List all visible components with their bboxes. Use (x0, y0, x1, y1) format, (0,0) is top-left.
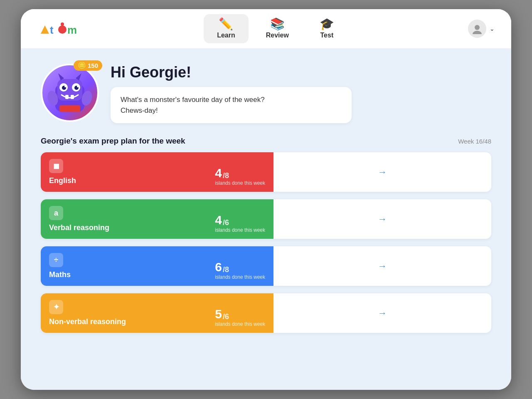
subject-colored-english: ◼ English 4 /8 islands done this week (41, 152, 273, 192)
monster-avatar (41, 64, 99, 122)
svg-marker-0 (41, 25, 49, 34)
svg-point-2 (58, 25, 66, 34)
subject-icon-english: ◼ (49, 159, 63, 173)
plan-title: Georgie's exam prep plan for the week (41, 136, 185, 146)
svg-rect-15 (65, 95, 69, 99)
svg-point-14 (77, 86, 79, 87)
progress-done-english: 4 (215, 166, 222, 180)
coin-badge: 🪙 150 (74, 60, 102, 71)
progress-done-nonverbal: 5 (215, 307, 222, 321)
user-menu[interactable]: ⌄ (468, 20, 495, 38)
week-label: Week 16/48 (458, 138, 491, 145)
hero-text: Hi Georgie! What's a monster's favourite… (111, 64, 491, 123)
nav-test-label: Test (320, 32, 334, 39)
progress-total-maths: /8 (223, 265, 229, 274)
avatar (468, 20, 486, 38)
subject-progress-verbal: 4 /6 islands done this week (215, 213, 265, 233)
logo[interactable]: t m (37, 21, 83, 36)
coin-count: 150 (88, 62, 98, 69)
nav-review-label: Review (266, 32, 289, 39)
subject-arrow-maths[interactable]: → (273, 246, 491, 286)
progress-label-maths: islands done this week (215, 274, 265, 280)
subject-arrow-nonverbal[interactable]: → (273, 293, 491, 333)
subject-colored-maths: ÷ Maths 6 /8 islands done this week (41, 246, 273, 286)
svg-point-13 (64, 86, 66, 87)
svg-point-5 (475, 25, 480, 30)
subject-icon-verbal: a (49, 206, 63, 220)
subject-progress-nonverbal: 5 /6 islands done this week (215, 307, 265, 327)
review-icon: 📚 (270, 18, 285, 30)
subject-arrow-english[interactable]: → (273, 152, 491, 192)
svg-text:m: m (67, 24, 77, 36)
chevron-down-icon: ⌄ (490, 25, 495, 32)
svg-text:t: t (50, 24, 54, 36)
progress-label-english: islands done this week (215, 180, 265, 186)
svg-point-6 (473, 31, 482, 34)
nav-learn[interactable]: ✏️ Learn (204, 14, 249, 43)
subject-card-nonverbal[interactable]: ✦ Non-verbal reasoning 5 /6 islands done… (41, 293, 491, 333)
subject-card-maths[interactable]: ÷ Maths 6 /8 islands done this week → (41, 246, 491, 286)
subject-colored-verbal: a Verbal reasoning 4 /6 islands done thi… (41, 199, 273, 239)
joke-bubble: What's a monster's favourite day of the … (111, 87, 352, 123)
main-content: 🪙 150 (21, 49, 511, 390)
svg-rect-16 (71, 95, 74, 99)
joke-line2: Chews-day! (121, 107, 158, 114)
joke-line1: What's a monster's favourite day of the … (121, 96, 265, 104)
greeting: Hi Georgie! (111, 64, 491, 81)
hero-section: 🪙 150 (41, 64, 491, 123)
device-frame: t m ✏️ Learn 📚 Review 🎓 Test (21, 9, 511, 390)
main-nav: ✏️ Learn 📚 Review 🎓 Test (204, 14, 347, 43)
progress-label-verbal: islands done this week (215, 227, 265, 233)
progress-done-maths: 6 (215, 260, 222, 274)
subject-icon-maths: ÷ (49, 253, 63, 267)
svg-rect-21 (59, 105, 80, 112)
subject-colored-nonverbal: ✦ Non-verbal reasoning 5 /6 islands done… (41, 293, 273, 333)
subject-progress-english: 4 /8 islands done this week (215, 166, 265, 186)
coin-icon: 🪙 (78, 62, 86, 69)
learn-icon: ✏️ (219, 18, 233, 30)
subject-card-english[interactable]: ◼ English 4 /8 islands done this week → (41, 152, 491, 192)
subject-icon-nonverbal: ✦ (49, 300, 63, 314)
progress-total-english: /8 (223, 171, 229, 180)
nav-learn-label: Learn (217, 32, 235, 39)
avatar-wrapper: 🪙 150 (41, 64, 99, 122)
progress-total-verbal: /6 (223, 218, 229, 227)
nav-test[interactable]: 🎓 Test (306, 14, 347, 43)
subject-progress-maths: 6 /8 islands done this week (215, 260, 265, 280)
progress-done-verbal: 4 (215, 213, 222, 227)
svg-point-3 (61, 22, 64, 26)
nav-review[interactable]: 📚 Review (253, 14, 302, 43)
progress-label-nonverbal: islands done this week (215, 321, 265, 327)
progress-total-nonverbal: /6 (223, 312, 229, 321)
subjects-list: ◼ English 4 /8 islands done this week → … (41, 152, 491, 333)
header: t m ✏️ Learn 📚 Review 🎓 Test (21, 9, 511, 49)
subject-arrow-verbal[interactable]: → (273, 199, 491, 239)
test-icon: 🎓 (320, 18, 334, 30)
subject-card-verbal[interactable]: a Verbal reasoning 4 /6 islands done thi… (41, 199, 491, 239)
plan-header: Georgie's exam prep plan for the week We… (41, 136, 491, 146)
